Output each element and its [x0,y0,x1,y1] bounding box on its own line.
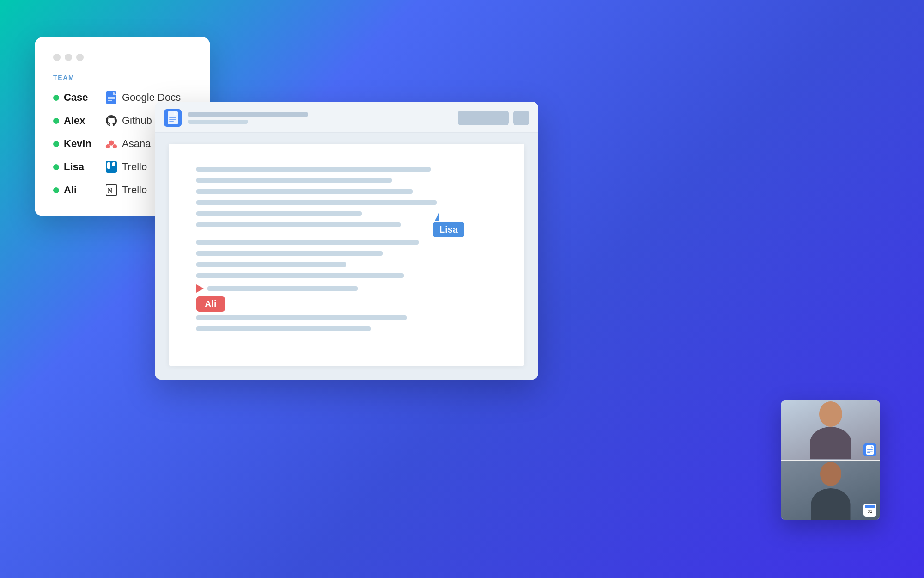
doc-title-bar-2 [188,120,248,124]
tl-maximize[interactable] [76,54,84,61]
app-label: Github [122,115,152,127]
person-silhouette-2 [810,462,851,520]
notion-icon: N [105,184,117,196]
doc-share-button[interactable] [458,111,509,125]
github-icon [105,115,117,127]
svg-rect-23 [867,452,870,453]
svg-rect-18 [169,121,174,122]
doc-page: Lisa Ali [169,144,524,366]
svg-rect-10 [107,162,110,169]
person-body-1 [810,427,851,459]
cursor-label-lisa: Lisa [433,222,464,237]
doc-app-icon [164,109,182,127]
tl-minimize[interactable] [65,54,72,61]
ali-cursor-row [196,284,497,293]
member-name: Alex [64,115,101,127]
asana-icon [105,138,117,150]
doc-line [196,326,371,331]
member-name: Case [64,92,101,104]
svg-rect-3 [108,97,115,98]
video-tile-1 [781,400,880,460]
svg-point-6 [109,141,114,146]
doc-line [196,167,431,172]
person-head-2 [820,462,841,486]
doc-line [196,222,401,227]
svg-rect-22 [867,451,873,452]
doc-line [196,273,404,278]
cursor-lisa: Lisa [433,212,464,237]
doc-line [196,178,392,183]
svg-rect-26 [865,506,875,508]
doc-title-area [188,112,451,124]
online-dot [53,118,59,124]
app-label: Trello [122,184,147,196]
doc-line [196,189,413,194]
member-name: Kevin [64,138,101,150]
team-label: TEAM [53,74,192,81]
doc-window: Lisa Ali [155,102,538,380]
doc-line [196,240,419,245]
online-dot [53,95,59,101]
svg-rect-5 [108,100,112,101]
online-dot [53,141,59,147]
app-label: Asana [122,138,151,150]
trello-icon [105,161,117,173]
online-dot [53,187,59,193]
svg-text:31: 31 [868,509,872,514]
svg-rect-17 [169,119,176,120]
person-silhouette-1 [810,401,851,459]
video-tile-2: 31 [781,460,880,520]
video-badge-gcal: 31 [863,504,876,517]
svg-rect-16 [169,117,176,118]
cursor-ali-area: Ali [196,284,497,312]
doc-titlebar-right [458,111,529,125]
svg-text:N: N [108,187,112,194]
svg-rect-11 [112,162,116,166]
doc-line [196,200,437,205]
svg-rect-4 [108,98,115,99]
doc-line [196,251,383,256]
doc-line [207,286,358,291]
svg-point-8 [113,144,117,148]
doc-body: Lisa Ali [155,133,538,380]
gdocs-icon [105,92,117,104]
svg-rect-21 [867,449,873,450]
cursor-triangle-ali [196,284,204,293]
doc-line [196,211,362,216]
traffic-lights [53,54,192,61]
app-label: Trello [122,161,147,173]
doc-titlebar [155,102,538,133]
member-name: Lisa [64,161,101,173]
svg-point-7 [106,144,110,148]
person-head-1 [819,401,842,427]
person-body-2 [811,488,850,520]
doc-line [196,315,407,320]
doc-line [196,262,346,267]
cursor-label-ali: Ali [196,296,225,312]
doc-title-bar-1 [188,112,308,117]
doc-menu-button[interactable] [513,111,529,125]
cursor-triangle-lisa [435,212,439,221]
video-panel: 31 [781,400,880,520]
online-dot [53,164,59,170]
video-badge-gdocs [863,443,876,456]
member-name: Ali [64,184,101,196]
tl-close[interactable] [53,54,61,61]
